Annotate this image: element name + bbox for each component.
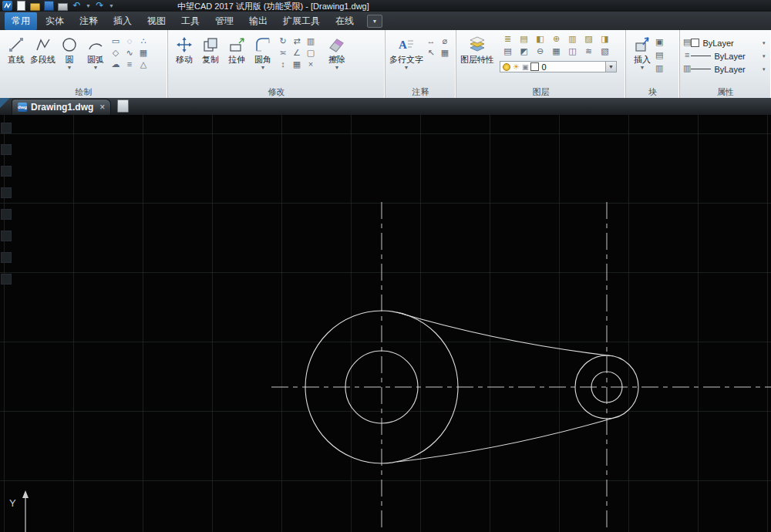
toolbar-slot[interactable] [1, 274, 12, 285]
tangent-edge-top[interactable] [397, 312, 613, 356]
undo-icon[interactable]: ↶ [72, 1, 82, 11]
layer-properties-button[interactable]: 图层特性 [460, 33, 495, 66]
toolbar-slot[interactable] [1, 123, 12, 133]
panel-label-modify[interactable]: 修改 [168, 87, 385, 97]
tab-overflow-triangle-icon[interactable] [0, 98, 10, 108]
layer-on-bulb-icon[interactable] [503, 63, 510, 71]
layer-thaw-sun-icon[interactable]: ☀ [513, 63, 520, 71]
circle-dropdown-icon[interactable]: ▼ [67, 65, 72, 70]
layer-previous-icon[interactable]: ▤ [516, 33, 532, 45]
layer-dropdown-arrow-icon[interactable]: ▼ [605, 62, 616, 72]
tab-tools[interactable]: 工具 [174, 12, 207, 30]
ribbon-style-dropdown-icon[interactable]: ▼ [367, 15, 382, 28]
diameter-dimension-icon[interactable]: ⌀ [438, 35, 452, 47]
document-tab-drawing1[interactable]: dwg Drawing1.dwg × [12, 99, 111, 115]
point-icon[interactable]: ∴ [136, 35, 150, 47]
extend-icon[interactable]: ↕ [276, 59, 290, 70]
erase-button[interactable]: 擦除 ▼ [324, 33, 350, 72]
layer-freeze-icon[interactable]: ▥ [564, 33, 581, 45]
line-button[interactable]: 直线 [3, 33, 29, 66]
plot-icon[interactable] [58, 1, 68, 11]
toolbar-slot[interactable] [1, 187, 12, 198]
revision-cloud-icon[interactable]: ☁ [109, 59, 123, 70]
tab-home[interactable]: 常用 [5, 12, 37, 30]
panel-label-layers[interactable]: 图层 [456, 87, 625, 97]
move-button[interactable]: 移动 [171, 33, 197, 66]
tab-view[interactable]: 视图 [140, 12, 173, 30]
tab-insert[interactable]: 插入 [106, 12, 139, 30]
erase-dropdown-icon[interactable]: ▼ [335, 65, 340, 70]
panel-label-block[interactable]: 块 [626, 87, 679, 97]
toolbar-slot[interactable] [1, 209, 12, 220]
arc-button[interactable]: 圆弧 ▼ [82, 33, 109, 72]
hatch-icon[interactable]: ▦ [136, 47, 150, 59]
fillet-dropdown-icon[interactable]: ▼ [261, 65, 266, 70]
layer-lock-state-icon[interactable]: ▣ [522, 63, 529, 71]
match-properties-icon[interactable]: ▤ [683, 36, 691, 48]
fillet-button[interactable]: 圆角 ▼ [250, 33, 276, 72]
polyline-button[interactable]: 多段线 [29, 33, 56, 66]
write-block-icon[interactable]: ▤ [655, 49, 663, 61]
new-file-icon[interactable] [16, 1, 26, 11]
open-file-icon[interactable] [30, 1, 40, 11]
explode-icon[interactable]: × [304, 59, 318, 70]
arc-dropdown-icon[interactable]: ▼ [93, 65, 99, 70]
rectangle-icon[interactable]: ▭ [109, 35, 123, 47]
layer-lock-icon[interactable]: ◨ [597, 33, 613, 45]
layer-select-dropdown[interactable]: ☀ ▣ 0 ▼ [500, 61, 617, 72]
toolbar-slot[interactable] [1, 144, 12, 155]
redo-icon[interactable]: ↷ [95, 1, 105, 11]
tangent-edge-bottom[interactable] [397, 418, 613, 462]
mtext-dropdown-icon[interactable]: ▼ [404, 65, 409, 70]
drawing-canvas[interactable]: Y [0, 115, 771, 532]
toolbar-slot[interactable] [1, 166, 12, 177]
tab-express-tools[interactable]: 扩展工具 [276, 12, 327, 30]
array-icon[interactable]: ▢ [304, 47, 318, 59]
insert-dropdown-icon[interactable]: ▼ [640, 65, 645, 70]
layer-unlock-icon[interactable]: ⊖ [532, 45, 548, 58]
panel-label-annotate[interactable]: 注释 [386, 87, 456, 97]
redo-dropdown-icon[interactable]: ▼ [109, 3, 114, 8]
layer-delete-icon[interactable]: ◫ [564, 45, 581, 58]
break-icon[interactable]: ▦ [290, 59, 304, 70]
layer-merge-icon[interactable]: ▦ [548, 45, 564, 58]
list-properties-icon[interactable]: ▥ [683, 62, 691, 74]
leader-icon[interactable]: ↖ [424, 47, 438, 59]
tab-solid[interactable]: 实体 [39, 12, 71, 30]
spline-icon[interactable]: ∿ [123, 47, 136, 59]
lineweight-dropdown-arrow-icon[interactable]: ▾ [763, 53, 766, 59]
attach-reference-icon[interactable]: ▥ [655, 62, 663, 74]
panel-label-draw[interactable]: 绘制 [0, 87, 167, 97]
layer-off-icon[interactable]: ▨ [581, 33, 597, 45]
close-tab-icon[interactable]: × [99, 103, 105, 112]
tab-manage[interactable]: 管理 [208, 12, 241, 30]
block-editor-icon[interactable]: ▣ [655, 36, 663, 48]
stretch-button[interactable]: 拉伸 [224, 33, 250, 66]
linetype-control-dropdown[interactable]: ByLayer ▾ [691, 62, 765, 76]
ellipse-icon[interactable]: ◌ [123, 35, 136, 47]
color-control-dropdown[interactable]: ByLayer ▾ [691, 36, 765, 49]
trim-icon[interactable]: ∠ [290, 47, 304, 59]
insert-block-button[interactable]: 插入 ▼ [629, 33, 655, 72]
layer-on-icon[interactable]: ▤ [500, 45, 516, 58]
tab-online[interactable]: 在线 [328, 12, 361, 30]
color-dropdown-arrow-icon[interactable]: ▾ [763, 40, 766, 46]
app-logo-icon[interactable] [2, 1, 12, 11]
mtext-button[interactable]: A 多行文字 ▼ [389, 33, 424, 72]
save-icon[interactable] [44, 1, 54, 11]
rotate-icon[interactable]: ↻ [276, 35, 290, 47]
mirror-icon[interactable]: ⇄ [290, 35, 304, 47]
layer-isolate-icon[interactable]: ◧ [532, 33, 548, 45]
table-icon[interactable]: ▦ [438, 47, 452, 59]
layer-thaw-icon[interactable]: ◩ [516, 45, 532, 58]
layer-walk-icon[interactable]: ≋ [581, 45, 597, 58]
undo-dropdown-icon[interactable]: ▼ [86, 3, 91, 8]
linetype-dropdown-arrow-icon[interactable]: ▾ [763, 66, 766, 72]
panel-label-properties[interactable]: 属性 [680, 87, 771, 97]
lineweight-control-dropdown[interactable]: ByLayer ▾ [691, 49, 765, 62]
scale-icon[interactable]: ≍ [276, 47, 290, 59]
copy-button[interactable]: 复制 [197, 33, 224, 66]
layer-match-icon[interactable]: ≣ [500, 33, 516, 45]
region-icon[interactable]: ≡ [123, 59, 136, 70]
layer-unisolate-icon[interactable]: ⊕ [548, 33, 564, 45]
